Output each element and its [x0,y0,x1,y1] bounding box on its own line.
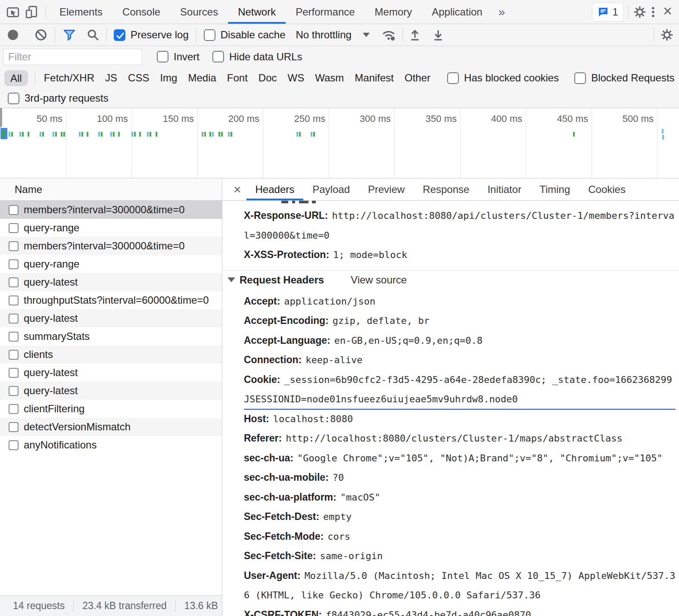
checkbox-unchecked[interactable] [447,72,459,84]
tick-label: 150 ms [163,113,194,124]
row-checkbox[interactable] [9,205,19,215]
request-row[interactable]: members?interval=300000&time=0 [0,201,222,219]
overview-handle[interactable] [0,108,2,127]
more-tabs-icon[interactable]: » [492,5,511,19]
checkbox-unchecked[interactable] [157,51,168,62]
detail-tab-headers[interactable]: Headers [246,178,304,200]
detail-tab-preview[interactable]: Preview [359,178,414,200]
type-filter-ws[interactable]: WS [288,72,305,84]
network-settings-gear-icon[interactable] [660,28,674,42]
request-row[interactable]: summaryStats [0,327,222,345]
header-value: empty [323,511,352,522]
name-column-header[interactable]: Name [0,178,222,201]
divider [55,28,55,42]
tab-console[interactable]: Console [112,0,170,24]
search-icon[interactable] [87,28,100,41]
request-row[interactable]: members?interval=300000&time=0 [0,237,222,255]
row-checkbox[interactable] [9,386,19,396]
type-filter-wasm[interactable]: Wasm [315,72,344,84]
row-checkbox[interactable] [9,368,19,378]
row-checkbox[interactable] [9,332,19,342]
request-row[interactable]: query-range [0,255,222,273]
row-checkbox[interactable] [9,223,19,233]
type-filter-media[interactable]: Media [188,72,216,84]
close-devtools-icon[interactable]: × [660,2,679,22]
disable-cache-checkbox[interactable]: Disable cache [204,29,286,41]
preserve-log-checkbox[interactable]: Preserve log [114,29,189,41]
issues-badge-button[interactable]: 1 [592,3,624,22]
import-har-icon[interactable] [409,28,421,41]
has-blocked-cookies-checkbox[interactable]: Has blocked cookies [447,72,559,84]
request-row[interactable]: clients [0,345,222,364]
third-party-checkbox[interactable]: 3rd-party requests [8,92,109,104]
checkbox-checked[interactable] [114,29,125,41]
detail-tab-cookies[interactable]: Cookies [579,178,635,200]
row-checkbox[interactable] [9,314,19,324]
request-row[interactable]: query-range [0,219,222,237]
type-filter-all[interactable]: All [4,70,28,86]
row-checkbox[interactable] [9,404,19,414]
row-checkbox[interactable] [9,259,19,269]
type-filter-css[interactable]: CSS [128,72,149,84]
tab-network[interactable]: Network [228,0,286,24]
settings-gear-icon[interactable] [633,5,647,19]
checkbox-unchecked[interactable] [574,72,586,84]
request-row[interactable]: query-latest [0,309,222,327]
request-row[interactable]: clientFiltering [0,400,222,418]
detail-tab-initiator[interactable]: Initiator [478,178,530,200]
row-checkbox[interactable] [9,440,19,450]
type-filter-doc[interactable]: Doc [259,72,277,84]
hide-data-urls-checkbox[interactable]: Hide data URLs [212,51,302,63]
row-checkbox[interactable] [9,277,19,287]
row-checkbox[interactable] [9,350,19,360]
type-filter-js[interactable]: JS [105,72,117,84]
header-entry: Accept-Encoding:gzip, deflate, br [244,311,676,331]
detail-tab-timing[interactable]: Timing [530,178,579,200]
detail-tab-response[interactable]: Response [414,178,478,200]
request-row[interactable]: query-latest [0,273,222,291]
header-name: Accept: [244,296,280,307]
type-filter-img[interactable]: Img [160,72,177,84]
invert-checkbox[interactable]: Invert [157,51,199,63]
request-row[interactable]: detectVersionMismatch [0,418,222,436]
clear-icon[interactable] [34,28,47,41]
tab-sources[interactable]: Sources [170,0,228,24]
row-checkbox[interactable] [9,422,19,432]
chevron-down-icon[interactable] [363,33,370,37]
kebab-menu-icon[interactable] [651,5,655,19]
filter-funnel-icon[interactable] [62,28,76,42]
gridline [197,108,198,178]
checkbox-unchecked[interactable] [204,29,215,41]
filter-input[interactable] [3,49,142,65]
blocked-requests-checkbox[interactable]: Blocked Requests [574,72,674,84]
type-filter-font[interactable]: Font [227,72,248,84]
disclosure-triangle-icon[interactable] [227,277,235,282]
type-filter-fetchxhr[interactable]: Fetch/XHR [44,72,94,84]
inspect-element-icon[interactable] [6,5,20,19]
checkbox-unchecked[interactable] [8,93,19,104]
gridline [394,108,395,178]
tab-elements[interactable]: Elements [50,0,112,24]
view-source-link[interactable]: View source [351,274,407,286]
row-checkbox[interactable] [9,296,19,305]
record-button[interactable] [8,30,18,40]
request-row[interactable]: query-latest [0,364,222,382]
close-detail-icon[interactable]: × [234,178,241,200]
request-row[interactable]: anyNotifications [0,436,222,454]
network-conditions-icon[interactable] [381,28,396,42]
tab-application[interactable]: Application [422,0,492,24]
request-row[interactable]: query-latest [0,382,222,400]
export-har-icon[interactable] [432,28,444,41]
detail-tab-payload[interactable]: Payload [303,178,359,200]
row-checkbox[interactable] [9,241,19,251]
tab-performance[interactable]: Performance [286,0,364,24]
device-toolbar-icon[interactable] [25,5,39,19]
request-row[interactable]: throughputStats?interval=60000&time=0 [0,291,222,309]
type-filter-manifest[interactable]: Manifest [355,72,394,84]
type-filter-other[interactable]: Other [405,72,430,84]
checkbox-unchecked[interactable] [212,51,224,62]
tab-memory[interactable]: Memory [365,0,422,24]
waterfall-mark [228,132,230,137]
overview-strip[interactable]: 50 ms100 ms150 ms200 ms250 ms300 ms350 m… [0,108,679,178]
throttling-select[interactable]: No throttling [296,29,351,41]
